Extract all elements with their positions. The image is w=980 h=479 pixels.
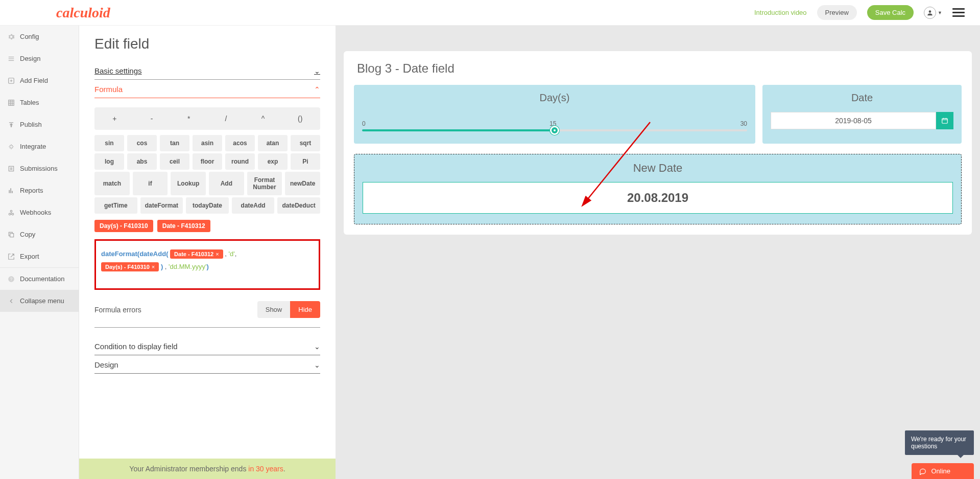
user-avatar[interactable] xyxy=(924,7,936,19)
func-tan[interactable]: tan xyxy=(160,135,189,151)
sidebar-item-publish[interactable]: Publish xyxy=(0,113,79,135)
preview-button[interactable]: Preview xyxy=(817,5,857,20)
svg-point-6 xyxy=(10,210,12,212)
op-div[interactable]: / xyxy=(212,111,240,126)
sidebar-item-export[interactable]: Export xyxy=(0,245,79,267)
func-sqrt[interactable]: sqrt xyxy=(291,135,320,151)
func-dateformat[interactable]: dateFormat xyxy=(140,197,183,214)
slider-thumb[interactable] xyxy=(550,126,559,135)
days-slider[interactable]: 0 15 30 xyxy=(362,112,747,131)
op-minus[interactable]: - xyxy=(138,111,166,126)
sidebar-item-collapse[interactable]: Collapse menu xyxy=(0,290,79,312)
func-if[interactable]: if xyxy=(133,172,168,195)
func-pi[interactable]: Pi xyxy=(291,153,320,170)
func-add[interactable]: Add xyxy=(209,172,244,195)
logo[interactable]: calculoid xyxy=(56,5,110,21)
formula-errors-label: Formula errors xyxy=(94,306,141,314)
op-plus[interactable]: + xyxy=(101,111,129,126)
op-mult[interactable]: * xyxy=(175,111,203,126)
svg-rect-10 xyxy=(942,119,948,123)
export-icon xyxy=(8,253,15,260)
sidebar-item-webhooks[interactable]: Webhooks xyxy=(0,201,79,223)
plus-square-icon xyxy=(8,77,15,84)
avatar-caret-icon[interactable]: ▼ xyxy=(938,10,942,15)
func-match[interactable]: match xyxy=(94,172,130,195)
intro-video-link[interactable]: Introduction video xyxy=(754,9,807,16)
sidebar-item-documentation[interactable]: ?Documentation xyxy=(0,267,79,290)
errors-toggle: Show Hide xyxy=(257,301,320,318)
section-basic-settings[interactable]: Basic settings⌄ xyxy=(94,61,320,80)
field-tags: Day(s) - F410310 Date - F410312 xyxy=(94,220,320,232)
func-sin[interactable]: sin xyxy=(94,135,124,151)
sidebar-item-design[interactable]: Design xyxy=(0,48,79,70)
save-calc-button[interactable]: Save Calc xyxy=(867,5,914,20)
date-label: Date xyxy=(771,92,953,104)
func-cos[interactable]: cos xyxy=(127,135,157,151)
func-acos[interactable]: acos xyxy=(225,135,255,151)
chat-button[interactable]: Online xyxy=(912,463,974,479)
list-icon xyxy=(8,165,15,172)
sidebar-item-add-field[interactable]: Add Field xyxy=(0,70,79,92)
webhook-icon xyxy=(8,209,15,216)
chevron-down-icon: ⌄ xyxy=(314,67,320,75)
formula-tag-date[interactable]: Date - F410312× xyxy=(170,249,223,259)
chat-tooltip: We're ready for your questions xyxy=(905,430,974,455)
svg-text:?: ? xyxy=(10,277,13,281)
sidebar: Config Design Add Field Tables Publish I… xyxy=(0,26,79,479)
svg-line-11 xyxy=(584,122,650,204)
func-round[interactable]: round xyxy=(225,153,255,170)
tag-date[interactable]: Date - F410312 xyxy=(157,220,210,232)
sidebar-item-integrate[interactable]: Integrate xyxy=(0,135,79,157)
help-icon: ? xyxy=(8,276,15,283)
calendar-button[interactable] xyxy=(936,112,953,129)
preview-area: Blog 3 - Date field Day(s) 0 15 30 Date xyxy=(336,26,980,479)
date-input[interactable] xyxy=(771,112,936,129)
chat-icon xyxy=(919,468,927,475)
tag-days[interactable]: Day(s) - F410310 xyxy=(94,220,153,232)
date-card: Date xyxy=(762,85,962,144)
show-button[interactable]: Show xyxy=(257,301,291,318)
slider-min: 0 xyxy=(362,120,366,127)
preview-title: Blog 3 - Date field xyxy=(354,61,962,76)
func-floor[interactable]: floor xyxy=(193,153,222,170)
membership-banner: Your Administrator membership ends in 30… xyxy=(79,459,336,479)
func-lookup[interactable]: Lookup xyxy=(171,172,206,195)
section-condition[interactable]: Condition to display field⌄ xyxy=(94,337,320,355)
sidebar-item-tables[interactable]: Tables xyxy=(0,92,79,113)
chevron-left-icon xyxy=(8,298,15,305)
func-atan[interactable]: atan xyxy=(258,135,288,151)
section-formula[interactable]: Formula⌃ xyxy=(94,80,320,98)
slider-max: 30 xyxy=(740,120,747,127)
svg-rect-2 xyxy=(9,100,14,105)
op-pow[interactable]: ^ xyxy=(249,111,277,126)
edit-field-title: Edit field xyxy=(94,36,320,52)
sidebar-item-reports[interactable]: Reports xyxy=(0,179,79,201)
sidebar-item-config[interactable]: Config xyxy=(0,26,79,48)
days-card: Day(s) 0 15 30 xyxy=(354,85,755,144)
hamburger-menu-icon[interactable] xyxy=(952,6,965,19)
top-header: calculoid Introduction video Preview Sav… xyxy=(0,0,980,26)
svg-rect-7 xyxy=(10,233,14,237)
func-gettime[interactable]: getTime xyxy=(94,197,137,214)
func-dateadd[interactable]: dateAdd xyxy=(232,197,275,214)
op-paren[interactable]: () xyxy=(286,111,314,126)
func-abs[interactable]: abs xyxy=(127,153,157,170)
sidebar-item-submissions[interactable]: Submissions xyxy=(0,157,79,179)
section-design[interactable]: Design⌄ xyxy=(94,355,320,374)
func-format-number[interactable]: Format Number xyxy=(247,172,282,195)
remove-icon: × xyxy=(152,264,155,270)
func-log[interactable]: log xyxy=(94,153,124,170)
formula-tag-days[interactable]: Day(s) - F410310× xyxy=(101,262,159,271)
func-exp[interactable]: exp xyxy=(258,153,288,170)
formula-editor[interactable]: dateFormat(dateAdd( Date - F410312× , 'd… xyxy=(94,239,320,290)
chevron-down-icon: ⌄ xyxy=(314,343,320,351)
func-todaydate[interactable]: todayDate xyxy=(186,197,229,214)
chart-icon xyxy=(8,187,15,194)
sidebar-item-copy[interactable]: Copy xyxy=(0,223,79,245)
func-datededuct[interactable]: dateDeduct xyxy=(277,197,320,214)
annotation-arrow xyxy=(573,120,660,212)
hide-button[interactable]: Hide xyxy=(290,301,320,318)
func-asin[interactable]: asin xyxy=(193,135,222,151)
func-ceil[interactable]: ceil xyxy=(160,153,189,170)
func-newdate[interactable]: newDate xyxy=(285,172,320,195)
